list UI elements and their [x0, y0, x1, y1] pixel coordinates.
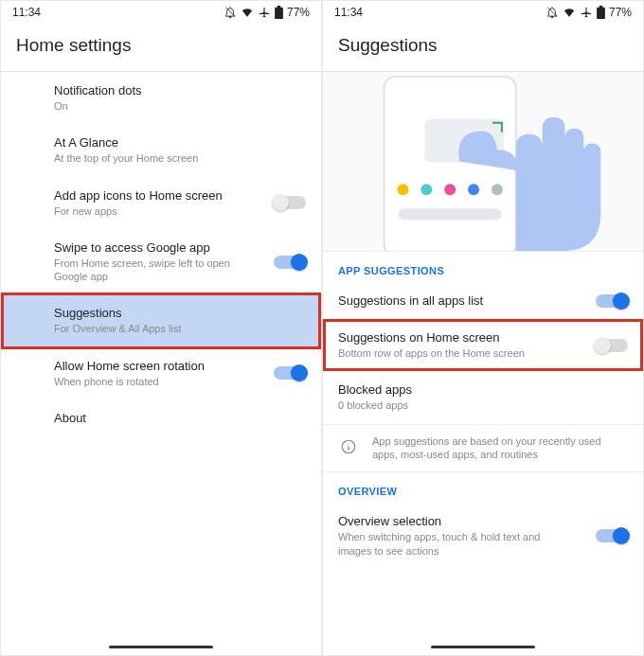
item-title: Allow Home screen rotation [54, 359, 266, 373]
item-suggestions-all-apps[interactable]: Suggestions in all apps list [323, 282, 643, 319]
item-subtitle: When phone is rotated [54, 375, 253, 388]
svg-rect-7 [399, 208, 502, 220]
info-icon [338, 436, 359, 457]
settings-list: Notification dots On At A Glance At the … [1, 72, 321, 638]
item-overview-selection[interactable]: Overview selection When switching apps, … [323, 503, 643, 569]
screen-suggestions: 11:34 77% Suggestions [323, 1, 643, 655]
svg-point-2 [398, 184, 409, 195]
dnd-icon [224, 6, 237, 19]
svg-point-5 [468, 184, 479, 195]
item-subtitle: When switching apps, touch & hold text a… [338, 530, 565, 558]
toggle-suggestions-home[interactable] [596, 339, 628, 352]
item-subtitle: On [54, 99, 253, 113]
item-title: Suggestions [54, 306, 306, 320]
battery-icon [597, 6, 605, 19]
toggle-overview-selection[interactable] [596, 529, 628, 542]
item-title: Swipe to access Google app [54, 240, 266, 255]
toggle-suggestions-all-apps[interactable] [596, 294, 628, 308]
item-blocked-apps[interactable]: Blocked apps 0 blocked apps [323, 371, 643, 423]
svg-point-10 [348, 443, 349, 444]
item-about[interactable]: About [1, 399, 321, 436]
airplane-icon [580, 6, 593, 19]
page-title: Suggestions [323, 24, 643, 72]
battery-percent: 77% [609, 6, 632, 19]
dnd-icon [546, 6, 559, 19]
info-text: App suggestions are based on your recent… [372, 434, 628, 463]
item-add-app-icons[interactable]: Add app icons to Home screen For new app… [1, 177, 321, 229]
svg-point-4 [444, 184, 456, 195]
item-title: Suggestions in all apps list [338, 293, 588, 308]
toggle-add-app-icons[interactable] [274, 196, 306, 209]
wifi-icon [563, 6, 576, 19]
item-at-a-glance[interactable]: At A Glance At the top of your Home scre… [1, 124, 321, 176]
nav-bar[interactable] [1, 638, 321, 655]
airplane-icon [258, 6, 271, 19]
item-subtitle: From Home screen, swipe left to open Goo… [54, 257, 253, 284]
wifi-icon [241, 6, 254, 19]
item-title: Suggestions on Home screen [338, 330, 588, 345]
item-title: At A Glance [54, 135, 306, 150]
item-subtitle: For Overview & All Apps list [54, 322, 253, 335]
item-title: Overview selection [338, 514, 588, 528]
page-title: Home settings [1, 24, 321, 72]
item-subtitle: Bottom row of apps on the Home screen [338, 346, 537, 360]
svg-point-3 [420, 184, 432, 195]
nav-bar[interactable] [323, 638, 643, 655]
battery-icon [275, 6, 283, 19]
info-note: App suggestions are based on your recent… [323, 424, 643, 473]
item-title: Add app icons to Home screen [54, 188, 266, 203]
item-title: Notification dots [54, 83, 306, 98]
screen-home-settings: 11:34 77% Home settings Notification dot… [1, 1, 321, 655]
toggle-swipe-google[interactable] [274, 256, 306, 269]
item-subtitle: At the top of your Home screen [54, 151, 253, 165]
item-allow-rotation[interactable]: Allow Home screen rotation When phone is… [1, 347, 321, 399]
status-time: 11:34 [334, 6, 363, 19]
item-suggestions-home[interactable]: Suggestions on Home screen Bottom row of… [323, 319, 643, 371]
item-swipe-google[interactable]: Swipe to access Google app From Home scr… [1, 229, 321, 295]
item-notification-dots[interactable]: Notification dots On [1, 72, 321, 124]
toggle-allow-rotation[interactable] [274, 366, 306, 380]
status-time: 11:34 [12, 6, 41, 19]
battery-percent: 77% [287, 6, 310, 19]
illustration [323, 72, 643, 252]
section-overview: OVERVIEW [323, 472, 643, 503]
item-suggestions[interactable]: Suggestions For Overview & All Apps list [1, 294, 321, 346]
svg-point-6 [492, 184, 503, 195]
status-bar: 11:34 77% [1, 1, 321, 24]
item-title: About [54, 411, 306, 425]
item-title: Blocked apps [338, 382, 628, 397]
item-subtitle: For new apps [54, 204, 253, 218]
item-subtitle: 0 blocked apps [338, 399, 537, 412]
status-bar: 11:34 77% [323, 1, 643, 24]
section-app-suggestions: APP SUGGESTIONS [323, 252, 643, 282]
